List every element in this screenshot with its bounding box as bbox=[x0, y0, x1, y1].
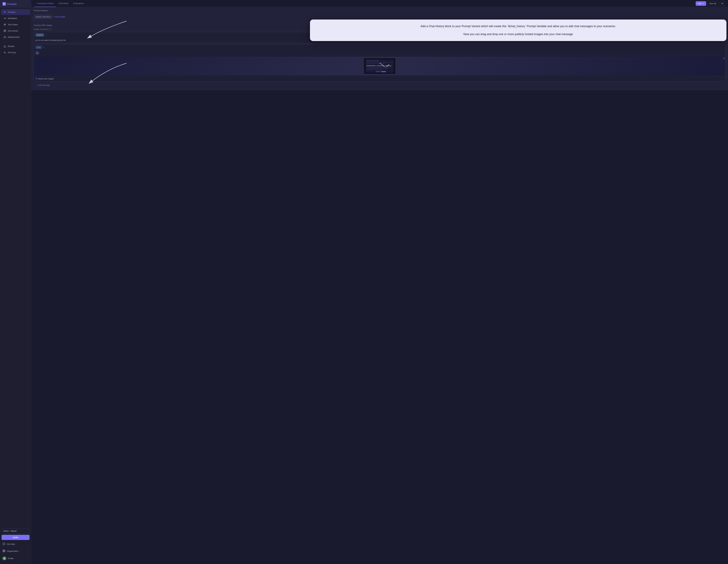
image-placeholder bbox=[35, 51, 39, 55]
image-icon bbox=[36, 52, 38, 54]
content-area: Mode will Prompt Variables $chat_history… bbox=[31, 7, 728, 564]
sidebar-item-profile[interactable]: N Profile bbox=[2, 555, 30, 562]
sidebar-item-test-suites[interactable]: Test Suites bbox=[1, 22, 30, 27]
text-input-value[interactable]: what is this image? bbox=[38, 78, 54, 80]
add-message-label: Add message bbox=[38, 84, 50, 86]
screenshot-svg bbox=[364, 58, 395, 74]
svg-point-16 bbox=[5, 47, 6, 47]
sidebar-item-label: Organization bbox=[7, 550, 18, 552]
svg-rect-30 bbox=[366, 60, 379, 61]
gear-button[interactable] bbox=[723, 57, 726, 60]
svg-rect-22 bbox=[3, 550, 4, 551]
svg-rect-32 bbox=[366, 63, 385, 64]
variable-name: $chat_history bbox=[36, 16, 50, 18]
system-chevron-icon bbox=[45, 34, 47, 36]
sidebar-item-label: API Keys bbox=[8, 51, 16, 54]
svg-point-15 bbox=[4, 47, 4, 47]
svg-point-11 bbox=[5, 37, 6, 38]
sidebar-nav: Tt Prompts Workflows Test Suites bbox=[0, 8, 31, 527]
sidebar-item-api-keys[interactable]: API Keys bbox=[1, 50, 30, 55]
sidebar-item-label: Documents bbox=[8, 30, 18, 32]
tooltip-top-text: Add a Chat History block to your Prompt … bbox=[314, 24, 722, 28]
organization-icon bbox=[2, 549, 5, 553]
svg-point-4 bbox=[5, 24, 5, 25]
tab-comparison[interactable]: Comparison Mode bbox=[34, 0, 56, 7]
info-icon: i bbox=[49, 28, 52, 30]
svg-text:Tt: Tt bbox=[3, 3, 5, 5]
plus-icon: + bbox=[53, 16, 54, 18]
sidebar-item-models[interactable]: Models bbox=[1, 43, 30, 49]
documents-icon bbox=[3, 29, 6, 32]
add-button[interactable]: Add bbox=[696, 1, 706, 6]
user-chevron-icon bbox=[43, 46, 45, 48]
svg-line-19 bbox=[5, 53, 6, 53]
workflows-icon bbox=[3, 17, 6, 20]
svg-text:?: ? bbox=[3, 543, 4, 545]
prompt-variables-title: Prompt Variables bbox=[34, 10, 726, 12]
plus-icon: + bbox=[36, 84, 37, 86]
sidebar-item-label: Models bbox=[8, 45, 14, 47]
tabs-actions: Add Run All M bbox=[696, 1, 725, 6]
add-message-button[interactable]: + Add message bbox=[34, 83, 726, 88]
tabs-bar: Comparison Mode Chat Mode Evaluations Ad… bbox=[31, 0, 728, 7]
tab-evaluations[interactable]: Evaluations bbox=[71, 0, 86, 7]
sidebar-logo[interactable]: Tt Prompts bbox=[0, 0, 31, 8]
sidebar-item-label: Workflows bbox=[8, 17, 17, 20]
sidebar-item-organization[interactable]: Organization bbox=[2, 548, 30, 554]
svg-rect-41 bbox=[376, 71, 380, 72]
gear-icon bbox=[723, 57, 726, 60]
svg-point-3 bbox=[4, 24, 6, 25]
api-keys-icon bbox=[3, 51, 6, 54]
sidebar-bottom: Vellum - Default Invite ? Get Help Org bbox=[0, 527, 31, 564]
sidebar-item-label: Profile bbox=[8, 557, 14, 560]
screenshot-preview bbox=[34, 57, 725, 75]
svg-rect-31 bbox=[366, 62, 393, 63]
svg-point-9 bbox=[5, 36, 5, 37]
tt-icon: Tt bbox=[35, 78, 37, 80]
workspace-selector[interactable]: Vellum - Default bbox=[2, 529, 30, 534]
sidebar-item-documents[interactable]: Documents bbox=[1, 28, 30, 34]
models-icon bbox=[3, 45, 6, 48]
sidebar-item-get-help[interactable]: ? Get Help bbox=[2, 541, 30, 547]
svg-point-17 bbox=[4, 52, 5, 53]
svg-rect-23 bbox=[4, 550, 5, 551]
sidebar-logo-text: Prompts bbox=[7, 3, 17, 5]
deployments-icon bbox=[3, 36, 6, 38]
svg-line-12 bbox=[4, 37, 5, 37]
svg-rect-33 bbox=[366, 65, 376, 66]
svg-rect-40 bbox=[366, 69, 382, 70]
svg-text:Tt: Tt bbox=[4, 11, 6, 13]
svg-rect-24 bbox=[3, 551, 4, 552]
svg-rect-42 bbox=[381, 71, 386, 72]
svg-point-14 bbox=[5, 45, 5, 46]
user-role-row: User bbox=[34, 45, 725, 50]
sidebar-item-workflows[interactable]: Workflows bbox=[1, 15, 30, 21]
chevron-down-icon bbox=[702, 3, 704, 4]
svg-line-13 bbox=[5, 37, 6, 37]
svg-rect-25 bbox=[4, 551, 5, 552]
logo-icon: Tt bbox=[2, 2, 6, 6]
add-variable-label: Add Variable bbox=[55, 16, 65, 18]
run-all-button[interactable]: Run All bbox=[707, 1, 718, 6]
add-variable-button[interactable]: + Add Variable bbox=[53, 15, 65, 19]
invite-button[interactable]: Invite bbox=[2, 535, 30, 540]
screenshot-inner bbox=[34, 57, 725, 75]
user-message-block: User bbox=[34, 44, 726, 81]
text-input-row: Tt what is this image? bbox=[34, 76, 725, 81]
tab-chat[interactable]: Chat Mode bbox=[56, 0, 71, 7]
svg-rect-39 bbox=[366, 68, 388, 69]
svg-rect-38 bbox=[366, 67, 393, 67]
test-suites-icon bbox=[3, 23, 6, 26]
sidebar-item-label: Test Suites bbox=[8, 23, 18, 26]
sidebar-item-label: Deployments bbox=[8, 36, 20, 38]
svg-point-43 bbox=[724, 58, 725, 59]
svg-point-10 bbox=[4, 37, 4, 38]
user-role-badge[interactable]: User bbox=[35, 46, 42, 49]
more-button[interactable]: M bbox=[720, 1, 725, 6]
variable-tag: $chat_history bbox=[34, 15, 52, 19]
sidebar-item-prompts[interactable]: Tt Prompts bbox=[1, 9, 30, 15]
sidebar-item-deployments[interactable]: Deployments bbox=[1, 34, 30, 40]
main-content: Comparison Mode Chat Mode Evaluations Ad… bbox=[31, 0, 728, 564]
system-role-badge[interactable]: System bbox=[35, 33, 44, 37]
tooltip-overlay: Add a Chat History block to your Prompt … bbox=[310, 20, 726, 41]
